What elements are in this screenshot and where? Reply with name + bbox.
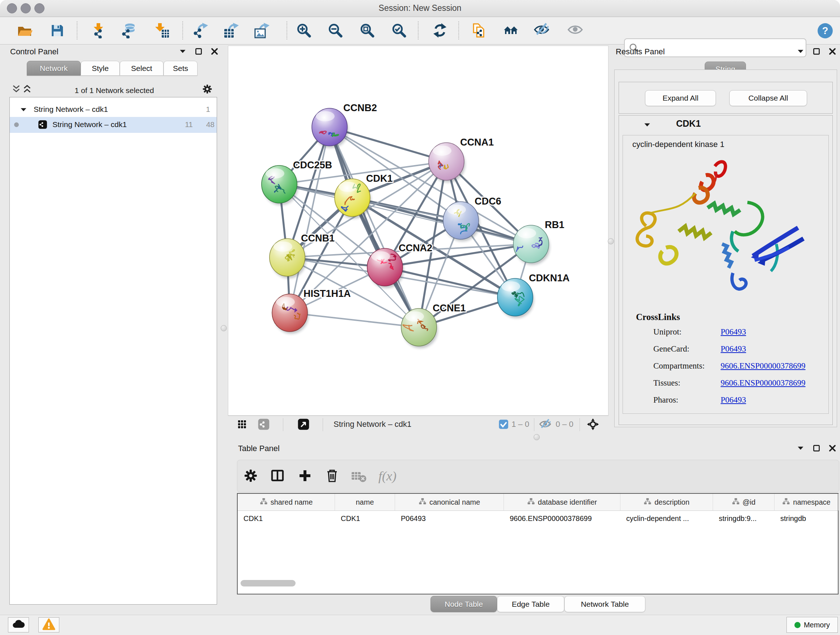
tree-row-collection[interactable]: String Network – cdk1 1 [10, 102, 217, 118]
protein-name[interactable]: CDK1 [676, 119, 701, 129]
table-cell[interactable]: CDK1 [238, 510, 335, 526]
show-all-button[interactable] [565, 20, 586, 41]
memory-button[interactable]: Memory [786, 617, 838, 633]
delete-column-button[interactable] [323, 467, 341, 486]
tab-edge-table[interactable]: Edge Table [497, 596, 564, 612]
float-window-icon [194, 47, 203, 57]
vertical-splitter-handle[interactable] [608, 238, 614, 244]
table-cell[interactable]: cyclin-dependent ... [621, 510, 713, 526]
tab-sets[interactable]: Sets [164, 61, 197, 76]
crosslink-value-link[interactable]: 9606.ENSP00000378699 [721, 361, 806, 371]
results-panel-close-button[interactable] [828, 47, 837, 57]
results-panel-float-button[interactable] [812, 47, 821, 57]
network-node-CDKN1A[interactable]: CDKN1A [497, 272, 570, 318]
node-label-CCNE1: CCNE1 [433, 302, 466, 314]
column-header-name[interactable]: name [335, 494, 395, 510]
control-panel-float-button[interactable] [194, 47, 203, 57]
network-node-CCNA1[interactable]: CCNA1 [429, 137, 494, 182]
zoom-fit-button[interactable] [357, 20, 378, 41]
show-grid-button[interactable] [234, 417, 250, 432]
import-network-from-file-button[interactable] [88, 20, 109, 41]
clone-network-button[interactable] [468, 20, 489, 41]
export-network-icon [193, 22, 209, 40]
node-label-CCNA1: CCNA1 [460, 137, 494, 148]
column-header-canonicalname[interactable]: canonical name [395, 494, 504, 510]
results-panel-menu-button[interactable] [796, 47, 805, 57]
horizontal-scrollbar[interactable] [240, 580, 295, 586]
selected-count: 1 – 0 [512, 420, 529, 429]
tab-network-table[interactable]: Network Table [564, 596, 645, 612]
network-options-button[interactable] [201, 83, 213, 96]
hide-selected-button[interactable] [531, 20, 552, 41]
network-node-HIST1H1A[interactable]: HIST1H1A [272, 288, 351, 334]
namespace-tree-icon [260, 497, 268, 507]
node-table: shared namenamecanonical namedatabase id… [237, 493, 838, 594]
tab-node-table[interactable]: Node Table [431, 596, 497, 612]
toolbar-separator [182, 21, 183, 40]
selected-checkbox-icon[interactable] [499, 419, 508, 431]
search-input[interactable] [642, 41, 803, 54]
apply-preferred-layout-button[interactable] [429, 20, 450, 41]
namespace-tree-icon [644, 497, 652, 507]
zoom-in-button[interactable] [294, 20, 314, 41]
tab-network[interactable]: Network [27, 61, 81, 76]
open-session-button[interactable] [14, 20, 35, 41]
table-cell[interactable]: stringdb:9... [713, 510, 775, 526]
table-cell[interactable]: CDK1 [335, 510, 395, 526]
collapse-all-tree-button[interactable] [11, 85, 21, 94]
crosslink-label: Compartments: [653, 361, 705, 371]
expand-all-tree-button[interactable] [22, 85, 32, 94]
save-session-button[interactable] [47, 20, 68, 41]
crosslink-value-link[interactable]: P06493 [721, 327, 746, 337]
network-node-CDK1[interactable]: CDK1 [335, 173, 393, 219]
add-column-button[interactable] [295, 467, 314, 486]
expand-collapse-box: Expand All Collapse All [619, 82, 833, 114]
delete-table-button[interactable] [349, 467, 368, 486]
column-header-databaseidentifier[interactable]: database identifier [504, 494, 621, 510]
network-node-RB1[interactable]: RB1 [513, 219, 564, 265]
tab-select[interactable]: Select [120, 61, 164, 76]
table-settings-button[interactable] [241, 467, 260, 486]
import-table-from-file-button[interactable] [151, 20, 172, 41]
export-network-button[interactable] [190, 20, 211, 41]
tab-style[interactable]: Style [81, 61, 120, 76]
expand-all-button[interactable]: Expand All [645, 90, 716, 106]
control-panel-close-button[interactable] [210, 47, 219, 57]
crosslink-value-link[interactable]: 9606.ENSP00000378699 [721, 378, 806, 388]
table-panel-close-button[interactable] [828, 444, 837, 453]
network-canvas[interactable]: CCNB2 CCNA1 CDC25B CDK1 CDC6 [228, 46, 608, 415]
table-cell[interactable]: 9606.ENSP00000378699 [504, 510, 621, 526]
first-neighbors-button[interactable] [500, 20, 521, 41]
column-header-sharedname[interactable]: shared name [238, 494, 335, 510]
crosslink-value-link[interactable]: P06493 [721, 344, 746, 354]
import-network-from-database-button[interactable] [118, 20, 139, 41]
tree-row-network[interactable]: String Network – cdk1 11 48 [10, 117, 217, 133]
table-cell[interactable]: stringdb [775, 510, 838, 526]
help-button[interactable]: ? [817, 23, 834, 40]
network-node-CCNB2[interactable]: CCNB2 [312, 103, 377, 148]
crosslink-value-link[interactable]: P06493 [721, 395, 746, 405]
control-panel-menu-button[interactable] [178, 47, 187, 57]
function-builder-button[interactable]: f(x) [378, 467, 397, 486]
column-header-description[interactable]: description [621, 494, 713, 510]
apply-preferred-layout-icon [432, 22, 448, 40]
table-panel-float-button[interactable] [812, 444, 821, 453]
export-image-button[interactable] [252, 20, 273, 41]
string-view-button[interactable] [256, 417, 272, 432]
split-panel-button[interactable] [268, 467, 287, 486]
column-header-id[interactable]: @id [713, 494, 775, 510]
export-table-button[interactable] [221, 20, 242, 41]
table-panel-menu-button[interactable] [796, 444, 805, 453]
namespace-tree-icon [732, 497, 740, 507]
vertical-splitter-handle[interactable] [221, 325, 227, 331]
horizontal-splitter-handle[interactable] [534, 434, 540, 440]
collapse-all-button[interactable]: Collapse All [729, 90, 807, 106]
zoom-selected-button[interactable] [388, 20, 409, 41]
warning-button[interactable] [38, 617, 59, 632]
table-cell[interactable]: P06493 [395, 510, 504, 526]
zoom-out-button[interactable] [325, 20, 346, 41]
cloud-button[interactable] [8, 617, 29, 632]
birdseye-view-button[interactable] [295, 417, 312, 432]
column-header-namespace[interactable]: namespace [775, 494, 838, 510]
fit-selected-button[interactable] [584, 417, 601, 432]
